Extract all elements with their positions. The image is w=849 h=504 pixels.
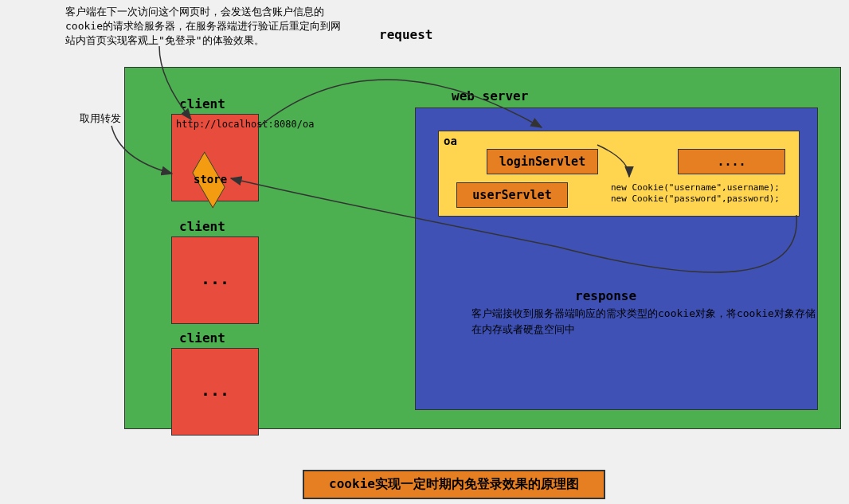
- request-label: request: [379, 27, 432, 42]
- user-servlet: userServlet: [456, 182, 568, 208]
- store-label: store: [194, 173, 227, 186]
- response-label: response: [575, 288, 636, 303]
- server-label: web server: [452, 88, 528, 104]
- login-servlet: loginServlet: [487, 149, 598, 174]
- client1-url: http://localhost:8080/oa: [172, 115, 258, 135]
- top-annotation: 客户端在下一次访问这个网页时，会发送包含账户信息的cookie的请求给服务器，在…: [65, 5, 344, 49]
- oa-label: oa: [444, 135, 457, 147]
- client3-box: ...: [171, 348, 259, 436]
- client2-dots: ...: [172, 237, 258, 288]
- response-text: 客户端接收到服务器端响应的需求类型的cookie对象，将cookie对象存储在内…: [471, 306, 817, 337]
- client2-box: ...: [171, 236, 259, 324]
- diagram-title: cookie实现一定时期内免登录效果的原理图: [303, 470, 605, 499]
- client1-label: client: [179, 96, 225, 111]
- forward-label: 取用转发: [80, 111, 121, 126]
- client3-dots: ...: [172, 349, 258, 400]
- client2-label: client: [179, 219, 225, 234]
- main-container: client http://localhost:8080/oa store cl…: [124, 67, 841, 429]
- oa-box: oa loginServlet .... userServlet new Coo…: [438, 131, 800, 217]
- other-servlet: ....: [678, 149, 785, 174]
- code-line2: new Cookie("password",password);: [611, 193, 780, 205]
- client3-label: client: [179, 330, 225, 346]
- server-box: oa loginServlet .... userServlet new Coo…: [415, 107, 818, 410]
- code-line1: new Cookie("username",username);: [611, 182, 780, 193]
